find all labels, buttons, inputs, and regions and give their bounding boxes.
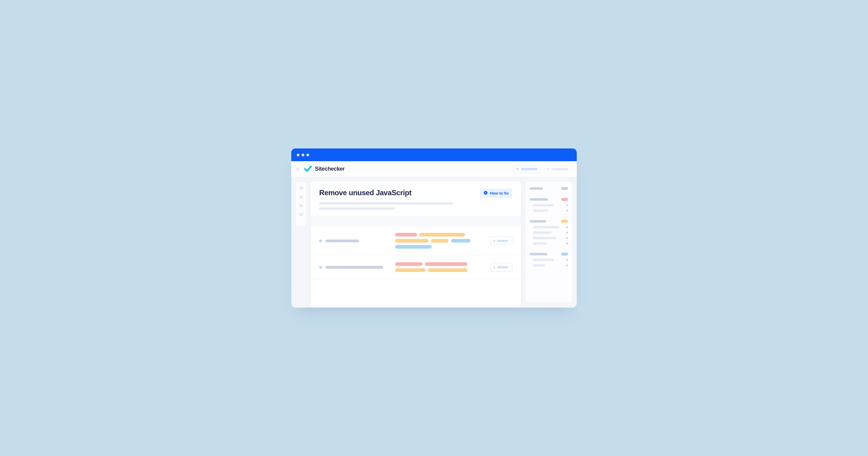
tag-critical bbox=[425, 262, 467, 266]
brand-logo[interactable]: Sitechecker bbox=[304, 165, 345, 174]
summary-item[interactable] bbox=[530, 242, 568, 245]
filter-bar bbox=[311, 216, 521, 226]
main-panel: Remove unused JavaScript ? How to fix bbox=[311, 181, 521, 307]
tag-critical bbox=[395, 233, 417, 236]
tag-warning bbox=[395, 239, 429, 242]
summary-item[interactable] bbox=[530, 226, 568, 228]
svg-text:?: ? bbox=[485, 192, 486, 195]
result-tags bbox=[395, 262, 485, 272]
result-tags bbox=[395, 233, 485, 249]
tag-critical bbox=[395, 262, 423, 266]
summary-item[interactable] bbox=[530, 237, 568, 239]
header-primary-button[interactable] bbox=[513, 165, 541, 173]
help-icon: ? bbox=[484, 191, 488, 196]
result-url-placeholder[interactable] bbox=[319, 239, 389, 242]
summary-category-warning[interactable] bbox=[530, 220, 568, 223]
tag-info bbox=[395, 245, 432, 249]
sidebar-nav-item[interactable] bbox=[300, 204, 303, 207]
summary-category-critical[interactable] bbox=[530, 198, 568, 201]
tag-warning bbox=[395, 268, 426, 272]
app-body: Remove unused JavaScript ? How to fix bbox=[291, 177, 577, 307]
checkmark-icon bbox=[304, 165, 312, 174]
summary-item[interactable] bbox=[530, 264, 568, 266]
summary-category-info[interactable] bbox=[530, 253, 568, 256]
window-control-maximize[interactable] bbox=[306, 154, 309, 156]
sidebar-nav-item[interactable] bbox=[300, 186, 303, 190]
issue-description-placeholder bbox=[319, 202, 513, 210]
page-title: Remove unused JavaScript bbox=[319, 189, 411, 197]
browser-window: Sitechecker Remove unused JavaScript ? bbox=[291, 149, 577, 307]
sidebar-nav-item[interactable] bbox=[300, 213, 303, 216]
summary-item[interactable] bbox=[530, 204, 568, 206]
result-action-button[interactable] bbox=[491, 236, 513, 245]
tag-warning bbox=[428, 268, 467, 272]
tag-warning bbox=[431, 239, 448, 242]
window-titlebar bbox=[291, 149, 577, 161]
summary-heading bbox=[530, 187, 568, 190]
how-to-fix-label: How to fix bbox=[490, 191, 509, 196]
window-control-close[interactable] bbox=[297, 154, 300, 156]
result-action-button[interactable] bbox=[491, 263, 513, 271]
result-row bbox=[311, 226, 521, 256]
issue-header: Remove unused JavaScript ? How to fix bbox=[311, 181, 521, 216]
sidebar-nav-item[interactable] bbox=[300, 195, 303, 199]
how-to-fix-button[interactable]: ? How to fix bbox=[480, 189, 513, 198]
tag-info bbox=[451, 239, 470, 242]
header-secondary-button[interactable] bbox=[544, 165, 572, 173]
result-row bbox=[311, 256, 521, 279]
window-control-minimize[interactable] bbox=[302, 154, 304, 156]
brand-name: Sitechecker bbox=[315, 166, 345, 172]
tag-warning bbox=[420, 233, 465, 236]
sidebar-nav bbox=[296, 181, 306, 227]
summary-panel bbox=[525, 181, 572, 303]
app-header: Sitechecker bbox=[291, 161, 577, 177]
result-url-placeholder[interactable] bbox=[319, 266, 389, 269]
menu-toggle[interactable] bbox=[296, 167, 300, 171]
summary-item[interactable] bbox=[530, 231, 568, 234]
summary-item[interactable] bbox=[530, 259, 568, 261]
summary-item[interactable] bbox=[530, 209, 568, 212]
